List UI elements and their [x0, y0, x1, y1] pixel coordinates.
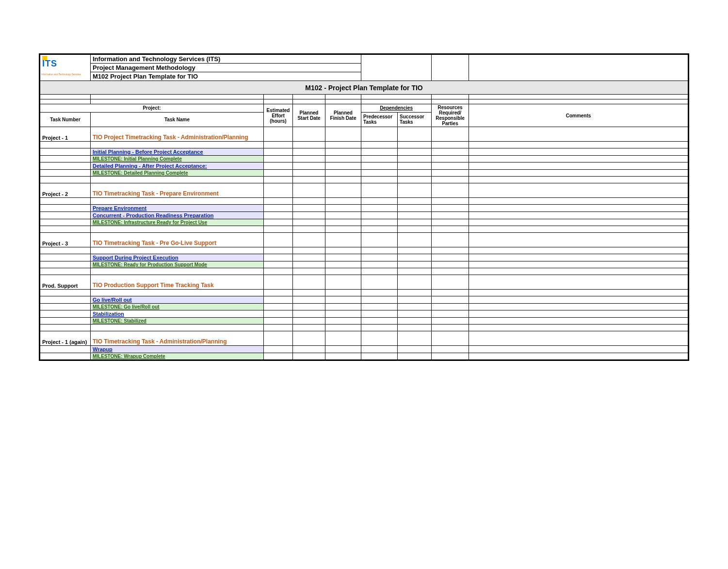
cell[interactable] [398, 219, 432, 226]
cell[interactable] [398, 304, 432, 310]
cell[interactable] [264, 254, 293, 261]
cell[interactable] [398, 296, 432, 304]
cell[interactable] [264, 261, 293, 268]
cell[interactable] [432, 261, 469, 268]
cell[interactable] [264, 268, 293, 275]
cell[interactable] [469, 304, 688, 310]
cell[interactable] [361, 226, 398, 233]
cell[interactable] [293, 268, 325, 275]
milestone-cell[interactable]: MILESTONE: Go live/Roll out [91, 304, 264, 310]
cell[interactable] [398, 261, 432, 268]
task-link-cell[interactable]: Go live/Roll out [91, 296, 264, 304]
cell[interactable] [398, 346, 432, 353]
cell[interactable] [325, 346, 361, 353]
cell[interactable] [293, 275, 325, 290]
cell[interactable] [264, 346, 293, 353]
task-number-cell[interactable] [40, 261, 91, 268]
cell[interactable] [398, 142, 432, 148]
cell[interactable] [325, 233, 361, 247]
cell[interactable] [264, 163, 293, 170]
cell[interactable] [293, 310, 325, 318]
cell[interactable] [432, 198, 469, 205]
task-name-cell[interactable] [91, 142, 264, 148]
cell[interactable] [361, 296, 398, 304]
cell[interactable] [398, 310, 432, 318]
cell[interactable] [398, 247, 432, 254]
cell[interactable] [293, 148, 325, 156]
cell[interactable] [432, 325, 469, 331]
cell[interactable] [325, 325, 361, 331]
cell[interactable] [469, 163, 688, 170]
cell[interactable] [398, 212, 432, 219]
cell[interactable] [361, 183, 398, 198]
milestone-cell[interactable]: MILESTONE: Wrapup Complete [91, 353, 264, 360]
cell[interactable] [293, 183, 325, 198]
cell[interactable] [264, 290, 293, 296]
task-number-cell[interactable] [40, 310, 91, 318]
cell[interactable] [361, 219, 398, 226]
cell[interactable] [325, 205, 361, 212]
cell[interactable] [293, 254, 325, 261]
task-number-cell[interactable] [40, 346, 91, 353]
cell[interactable] [325, 127, 361, 142]
cell[interactable] [264, 296, 293, 304]
cell[interactable] [325, 219, 361, 226]
cell[interactable] [398, 183, 432, 198]
cell[interactable] [293, 219, 325, 226]
task-number-cell[interactable] [40, 325, 91, 331]
cell[interactable] [264, 142, 293, 148]
section-title-cell[interactable]: TIO Timetracking Task - Pre Go-Live Supp… [91, 233, 264, 247]
cell[interactable] [432, 318, 469, 325]
task-number-cell[interactable] [40, 247, 91, 254]
milestone-cell[interactable]: MILESTONE: Ready for Production Support … [91, 261, 264, 268]
cell[interactable] [361, 310, 398, 318]
cell[interactable] [325, 304, 361, 310]
cell[interactable] [325, 296, 361, 304]
task-number-cell[interactable] [40, 170, 91, 177]
cell[interactable] [398, 331, 432, 346]
task-number-cell[interactable] [40, 163, 91, 170]
cell[interactable] [398, 318, 432, 325]
cell[interactable] [325, 183, 361, 198]
cell[interactable] [361, 346, 398, 353]
cell[interactable] [325, 353, 361, 360]
cell[interactable] [398, 170, 432, 177]
task-number-cell[interactable] [40, 226, 91, 233]
cell[interactable] [325, 142, 361, 148]
task-link-cell[interactable]: Initial Planning - Before Project Accept… [91, 148, 264, 156]
cell[interactable] [293, 233, 325, 247]
task-number-cell[interactable] [40, 156, 91, 163]
cell[interactable] [264, 233, 293, 247]
cell[interactable] [361, 163, 398, 170]
cell[interactable] [398, 127, 432, 142]
cell[interactable] [361, 261, 398, 268]
cell[interactable] [469, 290, 688, 296]
cell[interactable] [264, 198, 293, 205]
cell[interactable] [398, 148, 432, 156]
cell[interactable] [293, 247, 325, 254]
task-number-cell[interactable]: Project - 2 [40, 183, 91, 198]
cell[interactable] [361, 148, 398, 156]
section-title-cell[interactable]: TIO Project Timetracking Task - Administ… [91, 127, 264, 142]
task-link-cell[interactable]: Support During Project Execution [91, 254, 264, 261]
cell[interactable] [293, 226, 325, 233]
cell[interactable] [398, 163, 432, 170]
cell[interactable] [361, 290, 398, 296]
cell[interactable] [432, 183, 469, 198]
cell[interactable] [293, 142, 325, 148]
cell[interactable] [293, 170, 325, 177]
cell[interactable] [361, 170, 398, 177]
cell[interactable] [264, 148, 293, 156]
task-name-cell[interactable] [91, 177, 264, 183]
cell[interactable] [293, 198, 325, 205]
cell[interactable] [264, 353, 293, 360]
cell[interactable] [325, 177, 361, 183]
cell[interactable] [264, 226, 293, 233]
cell[interactable] [264, 205, 293, 212]
cell[interactable] [361, 254, 398, 261]
cell[interactable] [432, 205, 469, 212]
cell[interactable] [325, 268, 361, 275]
cell[interactable] [293, 296, 325, 304]
cell[interactable] [325, 163, 361, 170]
cell[interactable] [293, 331, 325, 346]
